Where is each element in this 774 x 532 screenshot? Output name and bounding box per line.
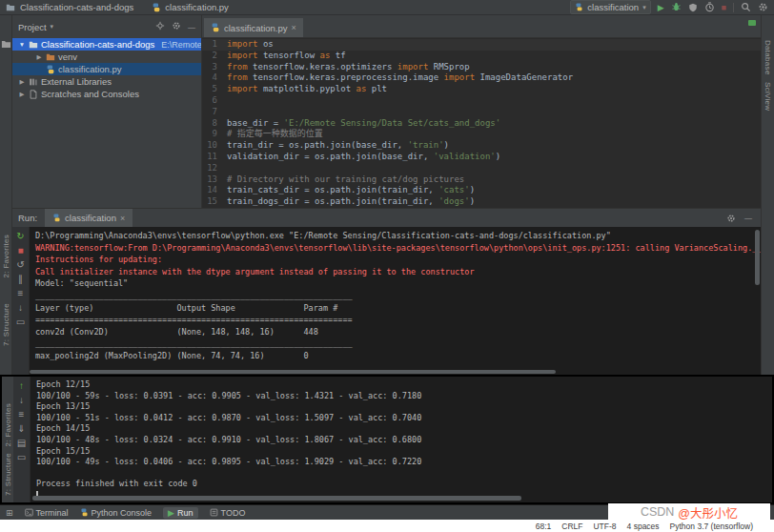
soft-wrap-icon[interactable]: ≡ <box>15 408 28 420</box>
scroll-to-end-icon[interactable]: ↓ <box>14 301 27 314</box>
settings-icon[interactable] <box>758 0 768 16</box>
line-number[interactable]: 2 <box>202 51 227 62</box>
favorites-tool-button[interactable]: 2: Favorites <box>2 235 10 277</box>
project-panel-title[interactable]: Project <box>18 22 47 32</box>
code-line[interactable]: 14train_cats_dir = os.path.join(train_di… <box>202 185 761 196</box>
run-tab[interactable]: classification × <box>45 209 132 227</box>
line-number[interactable]: 9 <box>202 129 227 140</box>
code-line[interactable]: 11validation_dir = os.path.join(base_dir… <box>202 152 761 163</box>
line-number[interactable]: 4 <box>202 72 227 84</box>
line-number[interactable]: 7 <box>202 107 227 118</box>
line-number[interactable]: 12 <box>202 163 227 174</box>
line-number[interactable]: 1 <box>202 39 227 51</box>
code-line[interactable]: 9# 指定每一种数据的位置 <box>202 129 761 140</box>
up-stack-trace-icon[interactable]: ↑ <box>15 379 28 392</box>
print-icon[interactable]: ▤ <box>15 437 28 449</box>
code-line[interactable]: 7 <box>202 107 761 118</box>
status-info-item[interactable]: 4 spaces <box>627 522 660 531</box>
statusbar-todo[interactable]: TODO <box>210 508 246 518</box>
debug-button[interactable] <box>671 0 682 16</box>
clear-all-icon[interactable]: ▭ <box>15 451 28 463</box>
tree-item-external-libraries[interactable]: ▶ External Libraries <box>12 75 201 88</box>
code-line[interactable]: 6 <box>202 95 761 107</box>
run-config-dropdown[interactable]: classification ▾ <box>570 0 650 14</box>
code-line[interactable]: 13# Directory with our training cat/dog … <box>202 174 761 186</box>
code-line[interactable]: 5import matplotlib.pyplot as plt <box>202 84 761 95</box>
run-console[interactable]: D:\Programming\Anaconda3\envs\tensorflow… <box>30 227 761 375</box>
code-line[interactable]: 10train_dir = os.path.join(base_dir, 'tr… <box>202 140 761 152</box>
code-line[interactable]: 3from tensorflow.keras.optimizers import… <box>202 62 761 73</box>
line-number[interactable]: 8 <box>202 118 227 130</box>
line-number[interactable]: 13 <box>202 174 227 186</box>
code-line[interactable]: 8base_dir = 'E:/Remote Sensing/Data Set/… <box>202 118 761 130</box>
clear-all-icon[interactable]: ▭ <box>14 316 27 328</box>
editor-tab[interactable]: classification.py × <box>204 18 303 37</box>
profiler-button[interactable] <box>704 0 715 16</box>
main-toolbar: classification ▾ ▶ ■ <box>570 0 768 16</box>
favorites-tool-button[interactable]: 2: Favorites <box>4 403 12 446</box>
statusbar-python-console[interactable]: Python Console <box>80 508 153 518</box>
epoch-hscrollbar[interactable] <box>32 496 521 501</box>
database-tool-button[interactable]: Database <box>764 40 772 75</box>
line-number[interactable]: 10 <box>202 140 227 152</box>
locate-file-icon[interactable] <box>155 21 165 32</box>
line-number[interactable]: 5 <box>202 84 227 95</box>
line-number[interactable]: 6 <box>202 95 227 107</box>
search-everywhere-icon[interactable] <box>741 0 751 16</box>
watermark-handle: @大彤小忆 <box>678 503 738 522</box>
console-line: Instructions for updating: <box>35 254 761 266</box>
close-icon[interactable]: × <box>292 23 296 32</box>
hide-panel-icon[interactable]: — <box>188 23 195 31</box>
console-hscrollbar[interactable] <box>30 370 556 374</box>
rerun-icon[interactable]: ↻ <box>14 230 27 242</box>
stop-button[interactable]: ■ <box>722 3 726 12</box>
close-icon[interactable]: × <box>120 214 125 223</box>
tool-windows-icon[interactable]: ⊞ <box>6 508 13 518</box>
code-line[interactable]: 2import tensorflow as tf <box>202 51 761 62</box>
gear-icon[interactable] <box>726 210 736 227</box>
expand-icon[interactable]: ▼ <box>18 41 26 48</box>
soft-wrap-icon[interactable]: ≡ <box>14 287 27 299</box>
code-area[interactable]: 1import os2import tensorflow as tf3from … <box>202 38 761 208</box>
epoch-console[interactable]: Epoch 12/15100/100 - 59s - loss: 0.0391 … <box>31 377 772 502</box>
tree-item-venv[interactable]: ▶ venv <box>12 51 201 63</box>
gear-icon[interactable] <box>172 21 181 32</box>
code-line[interactable]: 4from tensorflow.keras.preprocessing.ima… <box>202 72 761 84</box>
collapse-icon[interactable]: ▶ <box>35 53 43 61</box>
status-info-item[interactable]: CRLF <box>561 522 582 531</box>
code-line[interactable]: 1import os <box>202 39 761 51</box>
inspection-indicator[interactable] <box>748 20 756 26</box>
project-tool-button[interactable] <box>1 36 11 53</box>
line-number[interactable]: 11 <box>202 152 227 163</box>
collapse-icon[interactable]: ▶ <box>18 91 26 98</box>
console-vscrollbar[interactable] <box>755 230 760 285</box>
hide-panel-icon[interactable]: — <box>744 214 752 222</box>
line-number[interactable]: 15 <box>202 196 227 208</box>
structure-tool-button[interactable]: 7: Structure <box>2 303 10 346</box>
stop-icon[interactable]: ■ <box>14 244 27 256</box>
line-number[interactable]: 3 <box>202 62 227 73</box>
code-line[interactable]: 15train_dogs_dir = os.path.join(train_di… <box>202 196 761 208</box>
sciview-tool-button[interactable]: SciView <box>764 82 772 111</box>
down-stack-trace-icon[interactable]: ↓ <box>15 394 28 406</box>
chevron-down-icon[interactable]: ▾ <box>51 23 54 31</box>
tree-item-classification-py[interactable]: classification.py <box>12 63 201 75</box>
tree-item-project-root[interactable]: ▼ Classification-cats-and-dogs E:\Remote… <box>12 38 201 51</box>
structure-tool-button[interactable]: 7: Structure <box>4 453 12 496</box>
coverage-button[interactable] <box>688 0 698 16</box>
restore-layout-icon[interactable]: ↺ <box>14 258 27 271</box>
status-info-item[interactable]: UTF-8 <box>593 522 616 531</box>
status-info-item[interactable]: 68:1 <box>536 522 552 531</box>
line-number[interactable]: 14 <box>202 185 227 196</box>
code-text <box>227 107 232 118</box>
pause-output-icon[interactable]: ∥ <box>14 273 27 285</box>
statusbar-terminal[interactable]: Terminal <box>25 508 69 518</box>
status-info-item[interactable]: Python 3.7 (tensorflow) <box>670 522 753 531</box>
tree-item-scratches[interactable]: ▶ Scratches and Consoles <box>12 88 201 100</box>
scroll-to-end-icon[interactable]: ⇓ <box>15 422 28 435</box>
code-line[interactable]: 12 <box>202 163 761 174</box>
collapse-icon[interactable]: ▶ <box>18 78 26 86</box>
main-area: 2: Favorites 7: Structure Project ▾ — <box>0 15 774 375</box>
run-button[interactable]: ▶ <box>658 3 664 12</box>
statusbar-run[interactable]: ▶ Run <box>163 507 197 519</box>
